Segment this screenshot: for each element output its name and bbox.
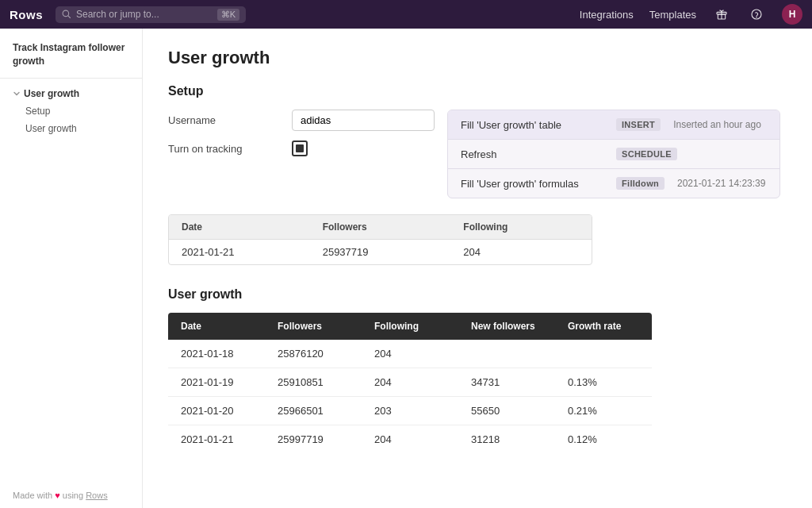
growth-col-new-followers: New followers: [458, 313, 555, 340]
g-following-1: 204: [362, 368, 458, 396]
svg-point-5: [756, 17, 757, 17]
g-new-1: 34731: [458, 368, 555, 396]
username-input[interactable]: [292, 110, 435, 131]
search-icon: [62, 10, 71, 19]
growth-col-date: Date: [168, 313, 265, 340]
setup-col-following: Following: [450, 215, 592, 239]
gift-icon-btn[interactable]: [712, 5, 731, 24]
growth-col-followers: Followers: [265, 313, 362, 340]
username-row: Username: [168, 110, 435, 131]
g-following-0: 204: [362, 340, 458, 368]
growth-section: User growth Date Followers Following New…: [168, 287, 787, 453]
g-rate-0: [555, 340, 652, 368]
footer-made-with: Made with: [13, 491, 55, 500]
growth-table-row-3: 2021-01-21 25997719 204 31218 0.12%: [168, 425, 652, 453]
tracking-label: Turn on tracking: [168, 143, 279, 155]
setup-form: Username Turn on tracking: [168, 110, 435, 166]
sidebar-section-label: User growth: [24, 88, 79, 99]
templates-link[interactable]: Templates: [649, 9, 696, 21]
g-date-2: 2021-01-20: [168, 397, 265, 425]
setup-section: Setup Username Turn on tracking: [168, 84, 787, 265]
g-followers-3: 25997719: [265, 425, 362, 453]
username-label: Username: [168, 114, 279, 126]
action-fill-table-badge: INSERT: [616, 118, 661, 131]
action-panel: Fill 'User growth' table INSERT Inserted…: [447, 110, 780, 198]
help-icon-btn[interactable]: [747, 5, 766, 24]
g-new-0: [458, 340, 555, 368]
setup-table: Date Followers Following 2021-01-21 2593…: [168, 214, 592, 265]
g-new-2: 55650: [458, 397, 555, 425]
action-refresh[interactable]: Refresh SCHEDULE: [448, 140, 779, 169]
integrations-link[interactable]: Integrations: [580, 9, 634, 21]
action-fill-table-status: Inserted an hour ago: [673, 119, 761, 130]
search-placeholder: Search or jump to...: [76, 9, 159, 20]
sidebar: Track Instagram follower growth User gro…: [0, 29, 143, 508]
project-title: Track Instagram follower growth: [0, 41, 142, 78]
setup-table-header: Date Followers Following: [169, 215, 592, 240]
g-date-3: 2021-01-21: [168, 425, 265, 453]
app-body: Track Instagram follower growth User gro…: [0, 29, 812, 508]
sidebar-footer: Made with ♥ using Rows: [0, 491, 143, 500]
growth-table-row-2: 2021-01-20 25966501 203 55650 0.21%: [168, 397, 652, 425]
topnav-right: Integrations Templates H: [580, 4, 802, 25]
action-fill-formulas-status: 2021-01-21 14:23:39: [677, 178, 765, 189]
footer-rows-link[interactable]: Rows: [86, 491, 108, 500]
g-followers-2: 25966501: [265, 397, 362, 425]
app-logo: Rows: [10, 8, 43, 21]
chevron-down-icon: [13, 90, 21, 98]
setup-table-row-0: 2021-01-21 25937719 204: [169, 240, 592, 264]
g-rate-1: 0.13%: [555, 368, 652, 396]
setup-col-date: Date: [169, 215, 310, 239]
action-refresh-label: Refresh: [461, 148, 603, 160]
growth-col-growth-rate: Growth rate: [555, 313, 652, 340]
action-fill-formulas-badge: Filldown: [616, 177, 665, 190]
g-date-0: 2021-01-18: [168, 340, 265, 368]
action-fill-formulas[interactable]: Fill 'User growth' formulas Filldown 202…: [448, 169, 779, 198]
setup-cell-date-0: 2021-01-21: [169, 240, 310, 264]
action-fill-table-label: Fill 'User growth' table: [461, 119, 603, 131]
g-followers-1: 25910851: [265, 368, 362, 396]
setup-section-title: Setup: [168, 84, 787, 98]
avatar-initials: H: [789, 9, 796, 20]
action-refresh-badge: SCHEDULE: [616, 148, 677, 160]
main-content: User growth Setup Username Turn on track…: [143, 29, 812, 508]
tracking-row: Turn on tracking: [168, 140, 435, 156]
g-new-3: 31218: [458, 425, 555, 453]
topnav: Rows Search or jump to... ⌘K Integration…: [0, 0, 812, 29]
growth-table-row-0: 2021-01-18 25876120 204: [168, 340, 652, 368]
g-following-3: 204: [362, 425, 458, 453]
setup-col-followers: Followers: [310, 215, 451, 239]
action-fill-table[interactable]: Fill 'User growth' table INSERT Inserted…: [448, 110, 779, 140]
footer-heart: ♥: [55, 491, 60, 500]
sidebar-section-header[interactable]: User growth: [6, 85, 136, 102]
user-avatar[interactable]: H: [782, 4, 802, 25]
footer-using: using: [63, 491, 86, 500]
growth-table: Date Followers Following New followers G…: [168, 313, 652, 453]
search-kbd: ⌘K: [217, 9, 239, 21]
g-rate-3: 0.12%: [555, 425, 652, 453]
setup-cell-followers-0: 25937719: [310, 240, 451, 264]
g-date-1: 2021-01-19: [168, 368, 265, 396]
svg-line-1: [68, 16, 71, 18]
growth-col-following: Following: [362, 313, 458, 340]
sidebar-item-user-growth[interactable]: User growth: [6, 120, 136, 137]
sidebar-divider: [0, 78, 142, 79]
sidebar-section: User growth Setup User growth: [0, 85, 142, 137]
g-rate-2: 0.21%: [555, 397, 652, 425]
growth-table-header: Date Followers Following New followers G…: [168, 313, 652, 340]
setup-and-actions: Username Turn on tracking Fill 'User gro…: [168, 110, 787, 198]
tracking-checkbox[interactable]: [292, 140, 308, 156]
growth-section-title: User growth: [168, 287, 787, 302]
g-followers-0: 25876120: [265, 340, 362, 368]
setup-cell-following-0: 204: [450, 240, 592, 264]
search-bar[interactable]: Search or jump to... ⌘K: [56, 6, 246, 23]
sidebar-item-setup[interactable]: Setup: [6, 102, 136, 120]
g-following-2: 203: [362, 397, 458, 425]
growth-table-row-1: 2021-01-19 25910851 204 34731 0.13%: [168, 368, 652, 397]
page-title: User growth: [168, 48, 787, 68]
action-fill-formulas-label: Fill 'User growth' formulas: [461, 178, 603, 190]
